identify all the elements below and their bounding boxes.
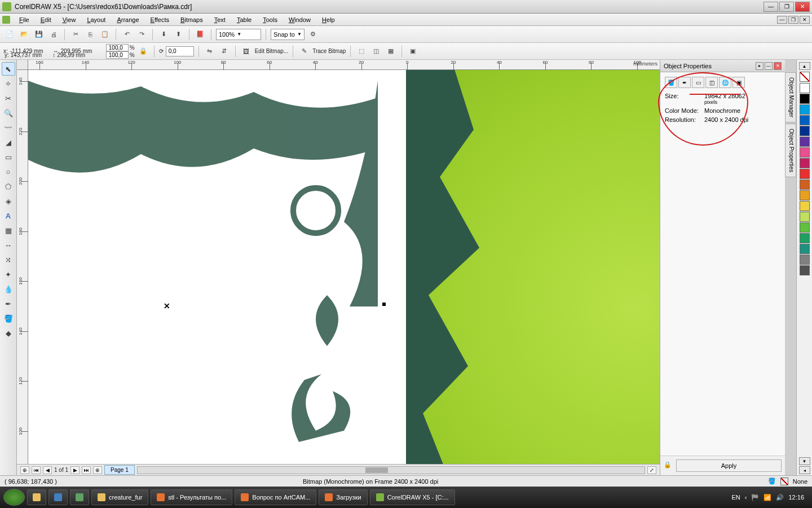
- export-button[interactable]: ⬆: [172, 28, 184, 41]
- mdi-restore[interactable]: ❐: [788, 16, 798, 24]
- dimension-tool[interactable]: ↔: [2, 238, 15, 252]
- tray-volume-icon[interactable]: 🔊: [776, 494, 784, 501]
- shape-tool[interactable]: ✧: [2, 77, 15, 90]
- menu-arrange[interactable]: Arrange: [111, 15, 144, 24]
- edit-bitmap-label[interactable]: Edit Bitmap...: [255, 48, 288, 54]
- ruler-corner[interactable]: [17, 60, 28, 70]
- menu-help[interactable]: Help: [316, 15, 341, 24]
- page-add-icon[interactable]: ⊕: [20, 466, 29, 474]
- vertical-ruler[interactable]: 240220200180160140120100: [17, 70, 28, 464]
- undo-button[interactable]: ↶: [121, 28, 133, 41]
- menu-tools[interactable]: Tools: [257, 15, 283, 24]
- taskbar-item[interactable]: CorelDRAW X5 - [C:...: [370, 489, 455, 505]
- docker-expand-button[interactable]: ▸: [756, 62, 764, 70]
- page-prev[interactable]: ◀: [43, 466, 52, 474]
- canvas[interactable]: ✕: [28, 70, 660, 464]
- lock-ratio-button[interactable]: 🔒: [137, 45, 149, 58]
- color-swatch[interactable]: [800, 147, 810, 157]
- color-swatch[interactable]: [800, 255, 810, 265]
- color-swatch[interactable]: [800, 233, 810, 243]
- color-swatch[interactable]: [800, 265, 810, 275]
- smart-fill-tool[interactable]: ◢: [2, 135, 15, 149]
- color-swatch[interactable]: [800, 158, 810, 168]
- page-first[interactable]: ⏮: [32, 466, 41, 474]
- publish-pdf-button[interactable]: 📕: [194, 28, 206, 41]
- table-tool[interactable]: ▦: [2, 224, 15, 237]
- new-button[interactable]: 📄: [3, 28, 16, 41]
- fill-none-swatch[interactable]: [780, 478, 788, 485]
- menu-effects[interactable]: Effects: [145, 15, 175, 24]
- polygon-tool[interactable]: ⬠: [2, 179, 15, 193]
- scale-x-input[interactable]: [106, 44, 129, 51]
- snapto-combo[interactable]: Snap to▼: [271, 29, 304, 40]
- selection-handle[interactable]: [382, 303, 386, 306]
- menu-text[interactable]: Text: [209, 15, 231, 24]
- pinned-app-2[interactable]: [70, 489, 89, 505]
- color-swatch[interactable]: [800, 83, 810, 93]
- taskbar-item[interactable]: stl - Результаты по...: [151, 489, 232, 505]
- save-button[interactable]: 💾: [33, 28, 45, 41]
- docker-titlebar[interactable]: Object Properties ▸ — ✕: [660, 60, 785, 72]
- clock[interactable]: 12:16: [788, 494, 804, 501]
- color-swatch[interactable]: [800, 190, 810, 200]
- horizontal-scrollbar[interactable]: [137, 466, 645, 474]
- mirror-h-button[interactable]: ⇋: [204, 45, 216, 58]
- menu-bitmaps[interactable]: Bitmaps: [175, 15, 209, 24]
- text-tool[interactable]: A: [2, 209, 15, 222]
- mdi-minimize[interactable]: —: [777, 16, 787, 24]
- tab-4[interactable]: ◫: [705, 77, 718, 88]
- color-swatch[interactable]: [800, 126, 810, 136]
- trace-bitmap-label[interactable]: Trace Bitmap: [312, 48, 346, 54]
- horizontal-ruler[interactable]: millimeters 1601401201008060402002040608…: [28, 60, 660, 70]
- trace-bitmap-icon[interactable]: ✎: [298, 45, 310, 58]
- basic-shapes-tool[interactable]: ◈: [2, 194, 15, 208]
- minimize-button[interactable]: —: [764, 2, 778, 12]
- freehand-tool[interactable]: 〰: [2, 121, 15, 134]
- redo-button[interactable]: ↷: [135, 28, 148, 41]
- crop-tool[interactable]: ✂: [2, 91, 15, 105]
- color-swatch[interactable]: [800, 115, 810, 125]
- mdi-close[interactable]: ✕: [800, 16, 810, 24]
- color-swatch[interactable]: [800, 179, 810, 190]
- color-swatch[interactable]: [800, 222, 810, 233]
- swatch-none[interactable]: [800, 72, 810, 82]
- palette-up[interactable]: ▲: [799, 62, 810, 70]
- language-indicator[interactable]: EN: [732, 494, 740, 501]
- bitmap-tab[interactable]: ▣: [732, 77, 745, 88]
- color-swatch[interactable]: [800, 104, 810, 115]
- print-button[interactable]: 🖨: [47, 28, 60, 41]
- color-swatch[interactable]: [800, 212, 810, 222]
- page-add2-icon[interactable]: ⊕: [93, 466, 102, 474]
- docker-close-button[interactable]: ✕: [774, 62, 782, 70]
- menu-file[interactable]: File: [14, 15, 35, 24]
- interactive-fill-tool[interactable]: ◆: [2, 326, 15, 340]
- fill-tab[interactable]: 🪣: [665, 77, 677, 88]
- wrap-text-button[interactable]: ▣: [407, 45, 419, 58]
- color-swatch[interactable]: [800, 244, 810, 254]
- page-last[interactable]: ⏭: [82, 466, 91, 474]
- ellipse-tool[interactable]: ○: [2, 165, 15, 178]
- apply-button[interactable]: Apply: [676, 459, 782, 472]
- outline-tab[interactable]: ✒: [678, 77, 691, 88]
- interactive-tool[interactable]: ✦: [2, 268, 15, 281]
- tab-3[interactable]: ▭: [692, 77, 704, 88]
- open-button[interactable]: 📂: [18, 28, 30, 41]
- menu-edit[interactable]: Edit: [35, 15, 57, 24]
- copy-button[interactable]: ⎘: [84, 28, 96, 41]
- rectangle-tool[interactable]: ▭: [2, 150, 15, 164]
- docker-tab-object-properties[interactable]: Object Properties: [785, 124, 796, 177]
- color-swatch[interactable]: [800, 137, 810, 147]
- menu-window[interactable]: Window: [283, 15, 316, 24]
- connector-tool[interactable]: ⤭: [2, 253, 15, 266]
- palette-down[interactable]: ▼: [799, 457, 810, 465]
- page-tab-1[interactable]: Page 1: [104, 465, 135, 475]
- import-button[interactable]: ⬇: [157, 28, 170, 41]
- color-swatch[interactable]: [800, 169, 810, 179]
- tray-chevron-icon[interactable]: ‹: [745, 494, 747, 501]
- color-swatch[interactable]: [800, 201, 810, 211]
- cut-button[interactable]: ✂: [69, 28, 82, 41]
- nav-arrow-icon[interactable]: ⤢: [647, 466, 656, 474]
- zoom-combo[interactable]: 100%▼: [216, 29, 261, 40]
- eyedropper-tool[interactable]: 💧: [2, 282, 15, 296]
- docker-minimize-button[interactable]: —: [765, 62, 773, 70]
